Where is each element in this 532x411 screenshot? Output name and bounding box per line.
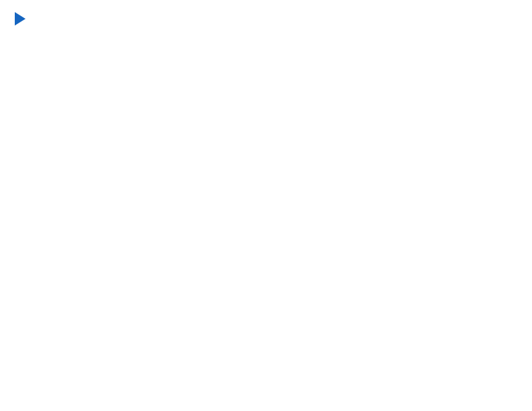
header — [13, 11, 519, 23]
logo — [13, 13, 26, 23]
logo-arrow-icon — [15, 12, 26, 26]
